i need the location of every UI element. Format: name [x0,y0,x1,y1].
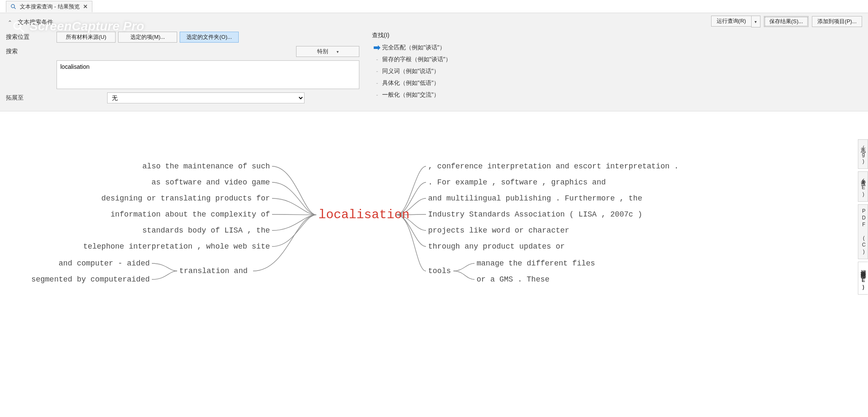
tree-left-item[interactable]: also the maintenance of such [143,162,270,171]
tree-right-item[interactable]: and multilingual publishing . Furthermor… [428,194,642,203]
tree-right-sub-item[interactable]: manage the different files [477,259,595,268]
find-options: 查找(I) 完全匹配（例如"谈话"）-留存的字根（例如"谈话"）-同义词（例如"… [368,32,451,107]
find-option-label: 一般化（例如"交流"） [382,91,439,99]
panel-actions: 运行查询(R) ▾ 保存结果(S)... 添加到项目(P)... [711,16,862,27]
tree-center-word[interactable]: localisation [318,208,410,222]
find-option[interactable]: -具体化（例如"低语"） [372,77,451,89]
search-icon [11,4,16,10]
find-option[interactable]: -一般化（例如"交流"） [372,89,451,101]
save-results-button[interactable]: 保存结果(S)... [764,16,809,27]
tree-left-item[interactable]: standards body of LISA , the [143,226,270,235]
side-tab-reference[interactable]: 参考点(E) [858,171,868,202]
svg-marker-4 [374,45,380,50]
svg-line-3 [14,7,16,9]
side-tab-pdf[interactable]: PDF (C) [858,204,868,259]
panel-title: 文本搜索条件 [18,19,53,26]
find-option-label: 同义词（例如"说话"） [382,68,439,75]
side-tabs: 汇总(g) 参考点(E) PDF (C) 词树状结构图(E) [858,139,868,295]
tree-left-group-label[interactable]: translation and [179,267,248,275]
svg-point-2 [11,4,15,8]
tree-right-item[interactable]: projects like word or character [428,226,569,235]
side-tab-summary[interactable]: 汇总(g) [858,139,868,169]
label-find: 查找(I) [372,32,451,39]
tree-right-item[interactable]: through any product updates or [428,242,565,251]
tree-right-item[interactable]: . For example , software , graphics and [428,178,606,187]
find-option[interactable]: -同义词（例如"说话"） [372,65,451,77]
tab-title: 文本搜索查询 - 结果预览 [20,3,80,11]
label-search: 搜索 [6,48,57,55]
criteria-panel: ⌃ 文本搜索条件 运行查询(R) ▾ 保存结果(S)... 添加到项目(P)..… [0,13,868,111]
collapse-toggle[interactable]: ⌃ [6,19,13,26]
side-tab-wordtree[interactable]: 词树状结构图(E) [858,262,868,295]
tab-text-search[interactable]: 文本搜索查询 - 结果预览 ✕ [6,1,92,12]
label-search-in: 搜索位置 [6,33,57,41]
search-input[interactable]: localisation [57,60,359,89]
source-segment: 所有材料来源(U) 选定的项(M)... 选定的文件夹(O)... [57,32,239,43]
find-option[interactable]: 完全匹配（例如"谈话"） [372,42,451,54]
add-to-project-button[interactable]: 添加到项目(P)... [812,16,862,27]
source-all-button[interactable]: 所有材料来源(U) [57,32,116,43]
tree-left-item[interactable]: telephone interpretation , whole web sit… [83,242,270,251]
expand-select[interactable]: 无 [107,92,305,103]
tree-left-item[interactable]: as software and video game [151,178,270,187]
arrow-right-icon [372,45,382,50]
word-tree-canvas: localisation also the maintenance of suc… [0,111,868,382]
label-expand: 拓展至 [6,94,57,102]
find-option-label: 留存的字根（例如"谈话"） [382,56,451,63]
source-selected-folders-button[interactable]: 选定的文件夹(O)... [180,32,239,43]
tree-left-sub-item[interactable]: and computer - aided [59,259,150,268]
tree-right-sub-item[interactable]: or a GMS . These [477,275,550,284]
tree-right-group-label[interactable]: tools [428,267,451,275]
run-query-button[interactable]: 运行查询(R) [711,16,751,27]
tree-left-item[interactable]: information about the complexity of [111,210,270,219]
tab-strip: 文本搜索查询 - 结果预览 ✕ [0,0,868,13]
dash-icon: - [372,56,382,63]
tree-right-item[interactable]: , conference interpretation and escort i… [428,162,679,171]
find-option-label: 完全匹配（例如"谈话"） [382,44,445,51]
dash-icon: - [372,80,382,87]
tree-left-sub-item[interactable]: segmented by computeraided [31,275,150,284]
dash-icon: - [372,92,382,98]
run-query-dropdown[interactable]: ▾ [751,16,760,27]
special-dropdown[interactable]: 特别▾ [296,46,359,57]
tree-right-item[interactable]: Industry Standards Association ( LISA , … [428,210,642,219]
source-selected-items-button[interactable]: 选定的项(M)... [118,32,177,43]
tree-left-item[interactable]: designing or translating products for [101,194,270,203]
dash-icon: - [372,68,382,75]
close-icon[interactable]: ✕ [83,3,88,10]
find-option[interactable]: -留存的字根（例如"谈话"） [372,54,451,65]
find-option-label: 具体化（例如"低语"） [382,79,439,87]
